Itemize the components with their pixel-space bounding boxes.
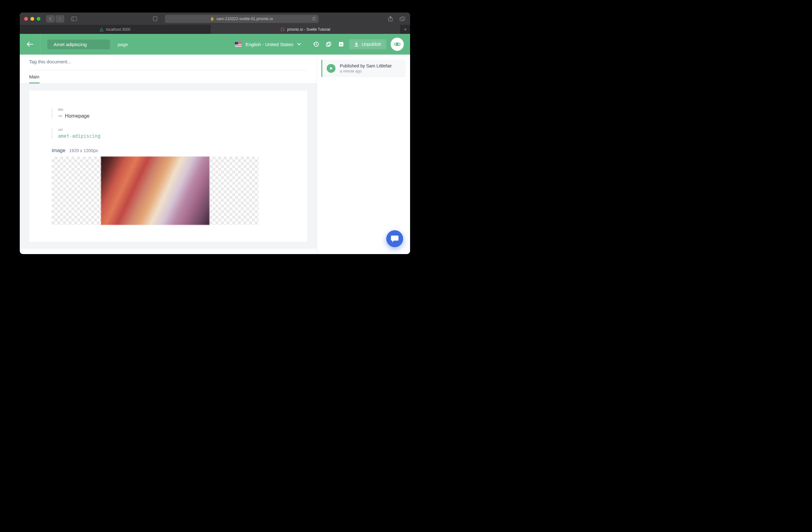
new-tab-button[interactable]: +	[401, 25, 410, 34]
tab-bar: localhost:3000 prismic.io - Svelte Tutor…	[20, 25, 410, 34]
publish-status-card[interactable]: Published by Sam Littlefair a minute ago	[321, 60, 406, 77]
field-image[interactable]: image 1920 x 1200px	[52, 148, 285, 225]
forward-button[interactable]	[56, 15, 64, 23]
zoom-window-button[interactable]	[37, 17, 41, 21]
image-dimensions: 1920 x 1200px	[69, 148, 98, 153]
chevron-down-icon	[297, 43, 301, 45]
document-title-input[interactable]: Amet adipiscing	[47, 40, 110, 49]
image-frame[interactable]	[52, 156, 259, 225]
address-text: sam-210322-svelte-01.prismic.io	[216, 17, 273, 21]
download-icon	[354, 42, 359, 47]
tag-input[interactable]: Tag this document...	[29, 59, 307, 64]
svg-rect-3	[400, 17, 404, 21]
prismic-favicon-icon	[280, 27, 285, 32]
browser-tab-localhost[interactable]: localhost:3000	[20, 25, 211, 34]
field-title[interactable]: title == Homepage	[52, 108, 285, 119]
tabs-overview-icon[interactable]	[399, 16, 406, 21]
content-area: Tag this document... Main title == Homep…	[20, 55, 410, 254]
svg-rect-0	[72, 17, 77, 21]
uid-value: amet-adipiscing	[58, 133, 285, 139]
locale-selector[interactable]: English - United States	[235, 42, 301, 47]
back-button[interactable]	[46, 15, 55, 23]
app-header: Amet adipiscing page English - United St…	[20, 34, 410, 55]
tab-label: localhost:3000	[106, 27, 130, 32]
close-window-button[interactable]	[24, 17, 28, 21]
nuxt-favicon-icon	[99, 27, 104, 32]
svg-rect-4	[401, 17, 405, 20]
eye-icon	[394, 42, 401, 46]
unpublish-button[interactable]: Unpublish	[349, 39, 386, 49]
svg-rect-8	[328, 42, 331, 45]
image-preview	[101, 156, 209, 225]
status-time: a minute ago	[340, 69, 392, 73]
svg-rect-10	[354, 46, 358, 46]
history-icon[interactable]	[310, 39, 322, 50]
archive-icon[interactable]	[335, 39, 347, 50]
document-type-label: page	[118, 42, 128, 47]
minimize-window-button[interactable]	[30, 17, 34, 21]
svg-rect-9	[339, 42, 343, 46]
play-icon	[327, 64, 335, 73]
field-label: title	[58, 108, 285, 111]
document-card: title == Homepage uid amet-adipiscing im…	[29, 90, 307, 242]
intercom-launcher[interactable]	[386, 230, 403, 247]
tab-main[interactable]: Main	[29, 74, 40, 83]
traffic-lights	[24, 17, 41, 21]
privacy-shield-icon[interactable]	[150, 15, 160, 23]
browser-window: 🔒 sam-210322-svelte-01.prismic.io localh…	[20, 13, 410, 254]
reload-icon[interactable]	[312, 17, 316, 21]
status-line: Published by Sam Littlefair	[340, 64, 392, 68]
svg-point-5	[281, 28, 284, 31]
titlebar: 🔒 sam-210322-svelte-01.prismic.io	[20, 13, 410, 25]
field-label: uid	[58, 128, 285, 131]
sidebar-column: Published by Sam Littlefair a minute ago	[317, 55, 410, 254]
title-value: Homepage	[65, 113, 89, 119]
editor-canvas: title == Homepage uid amet-adipiscing im…	[20, 84, 317, 249]
us-flag-icon	[235, 42, 242, 47]
browser-tab-prismic[interactable]: prismic.io - Svelte Tutorial	[211, 25, 401, 34]
chat-icon	[391, 235, 399, 242]
address-bar[interactable]: 🔒 sam-210322-svelte-01.prismic.io	[165, 15, 319, 23]
copy-icon[interactable]	[323, 39, 334, 50]
image-field-label: image	[52, 148, 66, 153]
lock-icon: 🔒	[210, 17, 215, 21]
richtext-icon: ==	[58, 114, 62, 118]
main-column: Tag this document... Main title == Homep…	[20, 55, 317, 254]
content-tabs: Main	[20, 70, 317, 84]
share-icon[interactable]	[387, 16, 394, 21]
svg-rect-7	[327, 43, 330, 46]
back-to-documents-button[interactable]	[20, 34, 41, 55]
preview-button[interactable]	[391, 38, 404, 51]
sidebar-toggle-icon[interactable]	[69, 15, 79, 23]
svg-point-11	[396, 43, 398, 45]
field-uid[interactable]: uid amet-adipiscing	[52, 128, 285, 139]
tab-label: prismic.io - Svelte Tutorial	[287, 27, 330, 32]
